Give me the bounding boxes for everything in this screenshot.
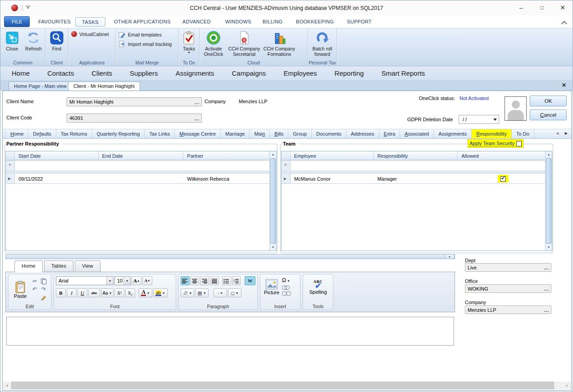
paste-button[interactable]: Paste <box>10 278 30 299</box>
scroll-right-icon[interactable]: ► <box>564 131 568 136</box>
dept-field[interactable]: Live <box>465 263 551 272</box>
gdpr-deletion-date-field[interactable]: / / <box>459 115 499 124</box>
menu-bookkeeping[interactable]: BOOKKEEPING <box>294 17 336 27</box>
highlight-color-button[interactable]: ab▼ <box>153 288 168 297</box>
font-name-select[interactable]: Arial ▼ <box>56 276 114 285</box>
allowed-checkbox[interactable] <box>500 176 506 182</box>
subtab-bills[interactable]: Bills <box>270 129 288 138</box>
scroll-down-icon[interactable]: ▼ <box>270 244 276 251</box>
ok-button[interactable]: OK <box>530 96 567 106</box>
subtab-message-centre[interactable]: Message Centre <box>175 129 221 138</box>
splitter-bar[interactable]: ▲ <box>5 254 455 259</box>
ellipsis-button[interactable] <box>195 100 200 105</box>
scrollbar-thumb[interactable] <box>546 158 551 244</box>
ribbon-collapse-icon[interactable] <box>562 21 566 24</box>
vertical-scrollbar[interactable]: ▲ ▼ <box>545 151 552 251</box>
virtualcabinet-button[interactable]: VirtualCabinet <box>68 31 115 37</box>
scrollbar-thumb[interactable] <box>270 158 276 244</box>
menu-other-applications[interactable]: OTHER APPLICATIONS <box>112 17 173 27</box>
menu-windows[interactable]: WINDOWS <box>223 17 253 27</box>
redo-icon[interactable]: ↷ <box>40 286 47 293</box>
ellipsis-button[interactable] <box>195 116 200 121</box>
subscript-button[interactable] <box>125 288 135 297</box>
menu-favourites[interactable]: FAVOURITES <box>36 17 73 27</box>
apply-team-security[interactable]: Apply Team Security <box>468 139 523 148</box>
import-email-tracking-button[interactable]: Import email tracking <box>116 41 178 48</box>
subtab-tax-links[interactable]: Tax Links <box>145 129 175 138</box>
align-right-icon[interactable] <box>200 276 209 285</box>
editor-tab-tables[interactable]: Tables <box>44 260 73 272</box>
find-button[interactable]: Find <box>46 29 67 59</box>
copy-icon[interactable] <box>40 278 47 285</box>
scrollbar-thumb[interactable] <box>11 382 554 389</box>
table-row[interactable]: 09/11/2022 Wilkinson Rebecca <box>6 174 269 184</box>
font-color-button[interactable]: A▼ <box>139 288 152 297</box>
subtab-marriage[interactable]: Marriage <box>221 129 250 138</box>
client-photo-placeholder[interactable] <box>505 96 527 121</box>
tab-client-homan-haghighi[interactable]: Client - Mr Homan Haghighi <box>68 82 140 91</box>
underline-button[interactable] <box>77 288 87 297</box>
menu-support[interactable]: SUPPORT <box>345 17 373 27</box>
editor-tab-view[interactable]: View <box>75 260 100 272</box>
superscript-button[interactable] <box>114 288 124 297</box>
subtab-group[interactable]: Group <box>288 129 312 138</box>
minimize-button[interactable]: – <box>514 3 528 13</box>
nav-suppliers[interactable]: Suppliers <box>130 69 158 77</box>
watermark-button[interactable]: W <box>245 276 255 285</box>
subtab-documents[interactable]: Documents <box>312 129 346 138</box>
cch-company-secretarial-button[interactable]: CCH Company Secretarial <box>227 29 262 59</box>
picture-button[interactable]: Picture <box>262 277 281 295</box>
cut-icon[interactable]: ✂ <box>31 278 38 285</box>
subtab-assignments[interactable]: Assignments <box>434 129 472 138</box>
font-size-select[interactable]: 10 ▼ <box>114 276 131 285</box>
justify-icon[interactable] <box>210 276 219 285</box>
scroll-left-icon[interactable]: ‹ <box>3 382 11 389</box>
ellipsis-button[interactable] <box>544 308 549 313</box>
table-row[interactable]: McManus Conor Manager <box>282 174 545 184</box>
nav-campaigns[interactable]: Campaigns <box>232 69 266 77</box>
column-partner[interactable]: Partner <box>183 151 269 160</box>
chevron-down-icon[interactable]: ▼ <box>106 277 113 285</box>
subtab-main[interactable]: Main <box>250 129 270 138</box>
all-borders-button[interactable]: ◻▼ <box>228 288 241 297</box>
shading-color-button[interactable]: ▼ <box>181 288 194 297</box>
ellipsis-button[interactable] <box>544 287 549 292</box>
column-start-date[interactable]: Start Date <box>15 151 99 160</box>
column-employee[interactable]: Employee <box>291 151 374 160</box>
subtab-associated[interactable]: Associated <box>400 129 434 138</box>
subtab-addresses[interactable]: Addresses <box>346 129 379 138</box>
scroll-down-icon[interactable]: ▼ <box>546 244 552 251</box>
change-case-button[interactable]: ▼ <box>101 288 114 297</box>
nav-reporting[interactable]: Reporting <box>335 69 364 77</box>
italic-button[interactable] <box>67 288 77 297</box>
subtab-to-do[interactable]: To Do <box>512 129 534 138</box>
subtab-quarterly-reporting[interactable]: Quarterly Reporting <box>92 129 145 138</box>
apply-team-security-checkbox[interactable] <box>516 141 522 146</box>
strikethrough-button[interactable] <box>88 288 100 297</box>
scroll-left-icon[interactable]: ◄ <box>555 131 559 136</box>
spelling-button[interactable]: ✔ Spelling <box>306 276 330 295</box>
align-left-icon[interactable] <box>181 276 190 285</box>
column-responsibility[interactable]: Responsibility <box>374 151 458 160</box>
maximize-button[interactable]: □ <box>535 3 549 13</box>
menu-billing[interactable]: BILLING <box>261 17 284 27</box>
scroll-right-icon[interactable]: › <box>563 382 571 389</box>
scroll-up-icon[interactable]: ▲ <box>270 151 276 158</box>
bold-button[interactable] <box>56 288 66 297</box>
tasks-button[interactable]: Tasks ▼ <box>180 29 198 59</box>
menu-tasks[interactable]: TASKS <box>75 17 105 27</box>
symbol-omega-button[interactable]: ▼ <box>282 277 290 283</box>
qat-customize-icon[interactable]: ▾ <box>26 6 30 10</box>
collapse-editor-icon[interactable]: ▲ <box>445 254 455 259</box>
client-code-field[interactable]: 46391 <box>67 114 202 123</box>
subtab-home[interactable]: Home <box>5 129 28 138</box>
grid-new-row[interactable] <box>6 160 269 171</box>
numbered-list-icon[interactable]: 12 <box>232 276 241 285</box>
align-center-icon[interactable] <box>191 276 200 285</box>
menu-advanced[interactable]: ADVANCED <box>181 17 213 27</box>
office-field[interactable]: WOKING <box>465 284 551 293</box>
subtab-defaults[interactable]: Defaults <box>28 129 56 138</box>
vertical-scrollbar[interactable]: ▲ ▼ <box>269 151 276 251</box>
table-grid-button[interactable]: ▦▼ <box>195 288 209 297</box>
tab-close-icon[interactable]: ✕ <box>561 82 567 88</box>
